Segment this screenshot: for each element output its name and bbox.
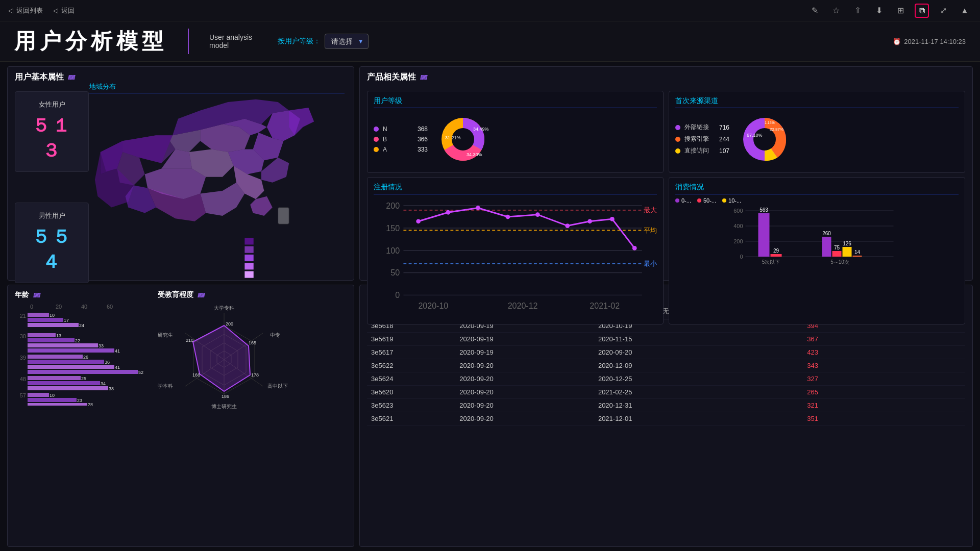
svg-rect-76 — [28, 343, 98, 347]
first-source-pie-container: 外部链接 716 搜索引擎 244 直接访问 107 — [675, 111, 959, 167]
svg-text:28: 28 — [88, 402, 93, 406]
legend-label-n: N — [383, 126, 413, 133]
svg-text:21: 21 — [20, 313, 26, 319]
svg-point-40 — [565, 223, 570, 228]
svg-text:38: 38 — [109, 386, 114, 391]
clock-icon: ⏰ — [893, 38, 901, 45]
usage-table-body: 3e5618 2020-09-19 2020-10-19 394 3e5619 … — [367, 319, 965, 425]
first-source-pie-svg: 67.10% 22.87% 1.13% — [737, 111, 793, 167]
back-list-nav[interactable]: ◁ 返回列表 — [8, 6, 43, 15]
legend-50: 50-... — [697, 197, 716, 204]
expand-icon[interactable]: ⤢ — [936, 4, 950, 18]
collapse-icon[interactable]: ▲ — [958, 4, 972, 18]
consumption-title: 消费情况 — [675, 183, 959, 194]
svg-text:48: 48 — [20, 376, 26, 382]
top-section: 用户基本属性 女性用户 ５１３ 男性用户 ５５４ 地域分布 — [7, 66, 973, 281]
svg-text:5次以下: 5次以下 — [762, 259, 780, 265]
registration-card: 注册情况 200 150 100 — [367, 177, 664, 324]
svg-point-35 — [416, 219, 421, 223]
svg-rect-0 — [278, 208, 289, 224]
svg-rect-99 — [28, 398, 77, 402]
male-label: 男性用户 — [22, 211, 81, 220]
legend-label-search: 搜索引擎 — [684, 135, 715, 143]
table-row: 3e5620 2020-09-20 2021-02-25 265 — [367, 386, 965, 399]
map-title: 地域分布 — [89, 82, 345, 93]
table-row: 3e5619 2020-09-19 2020-11-15 367 — [367, 333, 965, 346]
svg-rect-5 — [244, 271, 253, 278]
table-row: 3e5617 2020-09-19 2020-09-20 423 — [367, 346, 965, 359]
legend-dot-ext — [675, 125, 680, 130]
share-icon[interactable]: ⇧ — [850, 4, 865, 18]
svg-text:29: 29 — [773, 248, 779, 254]
age-title: 年龄 — [15, 290, 158, 299]
map-area: 地域分布 — [89, 82, 345, 271]
svg-text:10: 10 — [50, 393, 55, 398]
legend-10: 10-... — [722, 197, 741, 204]
cell-userid: 3e5622 — [367, 359, 455, 372]
star-icon[interactable]: ☆ — [829, 4, 843, 18]
edu-title: 受教育程度 — [158, 290, 347, 299]
back-nav[interactable]: ◁ 返回 — [53, 6, 75, 15]
legend-val-ext: 716 — [719, 124, 729, 131]
cell-lastvisit: 2020-12-31 — [594, 399, 803, 412]
svg-text:0: 0 — [395, 290, 400, 299]
svg-text:14: 14 — [854, 249, 861, 255]
top-bar: ◁ 返回列表 ◁ 返回 ✎ ☆ ⇧ ⬇ ⊞ ⧉ ⤢ ▲ — [0, 0, 980, 21]
legend-item-n: N 368 — [374, 126, 428, 133]
bar-75 — [832, 251, 842, 257]
product-attr-title: 产品相关属性 — [367, 72, 965, 83]
main-content: 用户基本属性 女性用户 ５１３ 男性用户 ５５４ 地域分布 — [0, 62, 980, 551]
back-icon: ◁ — [53, 7, 58, 14]
svg-text:33: 33 — [99, 343, 104, 348]
edit-icon[interactable]: ✎ — [807, 4, 822, 18]
svg-rect-1 — [244, 238, 253, 244]
svg-point-38 — [506, 215, 510, 219]
male-card: 男性用户 ５５４ — [15, 203, 89, 283]
cell-lastvisit: 2020-12-25 — [594, 372, 803, 386]
svg-text:最大 197: 最大 197 — [644, 206, 657, 214]
sub-title-block: User analysis model — [209, 33, 252, 49]
filter-select-wrap[interactable]: 请选择 NBA — [325, 34, 369, 49]
consumption-card: 消费情况 0-... 50-... 10-... — [669, 177, 965, 324]
legend-val-n: 368 — [418, 126, 428, 133]
svg-text:26: 26 — [83, 355, 88, 360]
svg-text:260: 260 — [822, 231, 831, 236]
basic-attr-title: 用户基本属性 — [15, 72, 347, 83]
svg-rect-72 — [28, 333, 56, 337]
cell-lastvisit: 2021-02-25 — [594, 386, 803, 399]
svg-text:600: 600 — [733, 208, 743, 214]
svg-text:34: 34 — [101, 381, 106, 386]
legend-val-direct: 107 — [719, 147, 729, 155]
svg-text:大学本科: 大学本科 — [158, 383, 173, 389]
filter-select[interactable]: 请选择 NBA — [325, 34, 369, 49]
svg-text:0: 0 — [30, 304, 33, 310]
svg-text:100: 100 — [386, 246, 400, 255]
cell-userid: 3e5624 — [367, 372, 455, 386]
svg-text:60: 60 — [107, 304, 113, 310]
registration-chart: 200 150 100 50 0 2020-10 2020-12 2021-02 — [374, 197, 657, 318]
edu-chart: 受教育程度 大学专科 中专 高中以下 博士研究生 大学本科 硕士研究生 — [158, 290, 347, 541]
cell-userid: 3e5619 — [367, 333, 455, 346]
svg-text:200: 200 — [386, 201, 400, 210]
svg-text:17: 17 — [64, 318, 69, 323]
copy-icon[interactable]: ⧉ — [915, 4, 929, 18]
table-row: 3e5624 2020-09-20 2020-12-25 327 — [367, 372, 965, 386]
svg-text:中专: 中专 — [270, 332, 280, 338]
cell-regdate: 2020-09-20 — [455, 372, 594, 386]
grid-icon[interactable]: ⊞ — [893, 4, 908, 18]
download-icon[interactable]: ⬇ — [872, 4, 886, 18]
legend-label-a: A — [383, 146, 413, 153]
cell-regdate: 2020-09-20 — [455, 399, 594, 412]
table-row: 3e5621 2020-09-20 2021-12-01 351 — [367, 412, 965, 425]
back-list-icon: ◁ — [8, 7, 13, 14]
legend-label-b: B — [383, 136, 413, 143]
svg-text:41: 41 — [115, 365, 120, 370]
header-datetime: ⏰ 2021-11-17 14:10:23 — [893, 38, 966, 45]
cell-userid: 3e5620 — [367, 386, 455, 399]
svg-rect-78 — [28, 348, 114, 353]
svg-text:126: 126 — [843, 241, 851, 246]
svg-rect-3 — [244, 255, 253, 261]
male-value: ５５４ — [22, 224, 81, 274]
svg-text:23: 23 — [77, 398, 82, 403]
svg-rect-97 — [28, 393, 49, 397]
